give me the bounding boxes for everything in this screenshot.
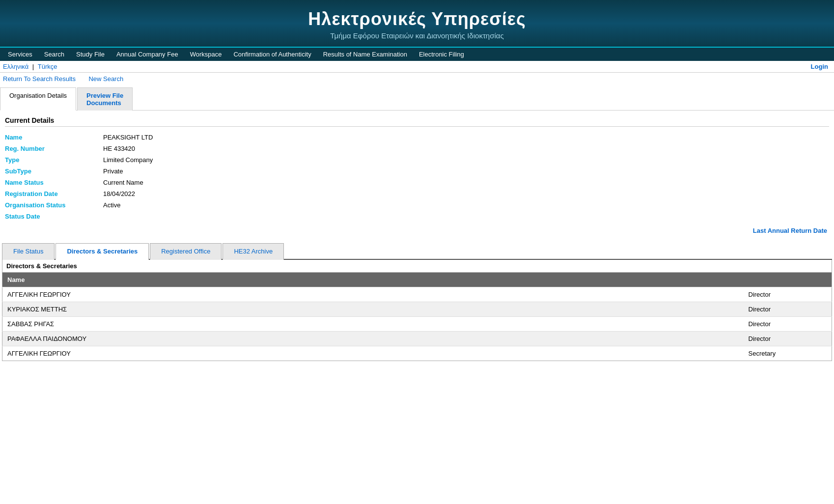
label-name-status: Name Status — [5, 178, 103, 187]
lang-greek[interactable]: Ελληνικά — [3, 63, 28, 70]
label-reg-number: Reg. Number — [5, 144, 103, 153]
lang-turkish[interactable]: Türkçe — [38, 63, 57, 70]
bottom-tabs: File Status Directors & Secretaries Regi… — [2, 242, 832, 260]
col-header-role — [744, 273, 832, 287]
return-to-search-link[interactable]: Return To Search Results — [3, 75, 76, 83]
label-name: Name — [5, 133, 103, 142]
nav-confirmation[interactable]: Confirmation of Authenticity — [227, 48, 317, 61]
director-role: Secretary — [744, 346, 832, 361]
director-name: ΡΑΦΑΕΛΛΑ ΠΑΙΔΟΝΟΜΟΥ — [2, 332, 744, 346]
current-details-title: Current Details — [5, 116, 829, 127]
director-role: Director — [744, 332, 832, 346]
label-type: Type — [5, 155, 103, 165]
tab-preview-file-documents[interactable]: Preview FileDocuments — [77, 87, 133, 111]
label-registration-date: Registration Date — [5, 189, 103, 198]
new-search-link[interactable]: New Search — [88, 75, 123, 83]
directors-section-title: Directors & Secretaries — [2, 260, 832, 273]
login-link[interactable]: Login — [811, 63, 828, 70]
last-annual-return-link[interactable]: Last Annual Return Date — [753, 227, 827, 234]
table-row: ΡΑΦΑΕΛΛΑ ΠΑΙΔΟΝΟΜΟΥDirector — [2, 332, 832, 346]
breadcrumb-separator — [81, 75, 84, 83]
tab-registered-office[interactable]: Registered Office — [150, 243, 222, 260]
nav-study-file[interactable]: Study File — [70, 48, 111, 61]
col-header-name: Name — [2, 273, 744, 287]
lang-separator: | — [32, 63, 34, 70]
label-organisation-status: Organisation Status — [5, 200, 103, 210]
value-status-date — [103, 212, 829, 221]
tab-directors-secretaries[interactable]: Directors & Secretaries — [56, 243, 149, 260]
tab-he32-archive[interactable]: HE32 Archive — [222, 243, 284, 260]
nav-workspace[interactable]: Workspace — [184, 48, 228, 61]
value-reg-number: HE 433420 — [103, 144, 829, 153]
tab-file-status[interactable]: File Status — [2, 243, 55, 260]
director-role: Director — [744, 287, 832, 302]
top-tabs: Organisation Details Preview FileDocumen… — [0, 87, 834, 111]
director-name: ΚΥΡΙΑΚΟΣ ΜΕΤΤΗΣ — [2, 302, 744, 317]
nav-electronic-filing[interactable]: Electronic Filing — [413, 48, 470, 61]
nav-services[interactable]: Services — [2, 48, 38, 61]
language-selector: Ελληνικά | Türkçe — [3, 63, 57, 70]
page-header: Ηλεκτρονικές Υπηρεσίες Τμήμα Εφόρου Εται… — [0, 0, 834, 47]
value-registration-date: 18/04/2022 — [103, 189, 829, 198]
table-row: ΚΥΡΙΑΚΟΣ ΜΕΤΤΗΣDirector — [2, 302, 832, 317]
director-name: ΑΓΓΕΛΙΚΗ ΓΕΩΡΓΙΟΥ — [2, 287, 744, 302]
last-annual-return-label: Last Annual Return Date — [2, 224, 832, 239]
nav-name-examination[interactable]: Results of Name Examination — [317, 48, 413, 61]
directors-table: Name ΑΓΓΕΛΙΚΗ ΓΕΩΡΓΙΟΥDirectorΚΥΡΙΑΚΟΣ Μ… — [2, 273, 832, 361]
nav-bar: Services Search Study File Annual Compan… — [0, 47, 834, 61]
value-name: PEAKSIGHT LTD — [103, 133, 829, 142]
tab-organisation-details[interactable]: Organisation Details — [0, 87, 76, 111]
table-row: ΑΓΓΕΛΙΚΗ ΓΕΩΡΓΙΟΥSecretary — [2, 346, 832, 361]
value-subtype: Private — [103, 167, 829, 176]
director-role: Director — [744, 302, 832, 317]
lang-bar: Ελληνικά | Türkçe Login — [0, 61, 834, 73]
value-name-status: Current Name — [103, 178, 829, 187]
site-title: Ηλεκτρονικές Υπηρεσίες — [5, 9, 829, 29]
nav-annual-fee[interactable]: Annual Company Fee — [111, 48, 184, 61]
director-name: ΣΑΒΒΑΣ ΡΗΓΑΣ — [2, 317, 744, 332]
value-organisation-status: Active — [103, 200, 829, 210]
label-status-date: Status Date — [5, 212, 103, 221]
table-header-row: Name — [2, 273, 832, 287]
nav-search[interactable]: Search — [38, 48, 70, 61]
label-subtype: SubType — [5, 167, 103, 176]
site-subtitle: Τμήμα Εφόρου Εταιρειών και Διανοητικής Ι… — [5, 31, 829, 40]
table-row: ΣΑΒΒΑΣ ΡΗΓΑΣDirector — [2, 317, 832, 332]
value-type: Limited Company — [103, 155, 829, 165]
details-grid: Name PEAKSIGHT LTD Reg. Number HE 433420… — [2, 130, 832, 224]
director-role: Director — [744, 317, 832, 332]
table-row: ΑΓΓΕΛΙΚΗ ΓΕΩΡΓΙΟΥDirector — [2, 287, 832, 302]
breadcrumb: Return To Search Results New Search — [0, 73, 834, 85]
director-name: ΑΓΓΕΛΙΚΗ ΓΕΩΡΓΙΟΥ — [2, 346, 744, 361]
